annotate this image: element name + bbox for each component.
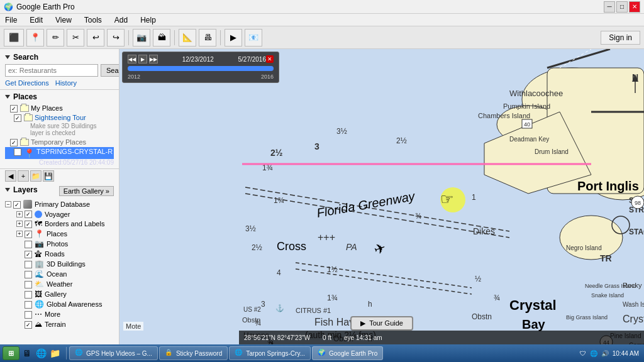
layer-ocean-icon: 🌊 [35,270,44,278]
layer-global-awareness[interactable]: 🌐 Global Awareness [5,299,114,309]
menu-file[interactable]: File [3,15,19,25]
toolbar-btn-play[interactable]: ▶ [225,29,242,47]
minimize-button[interactable]: ─ [604,1,615,13]
layer-gallery[interactable]: 🖼 Gallery [5,289,114,299]
layer-voyager[interactable]: + Voyager [5,209,114,219]
layer-terrain-checkbox[interactable] [25,321,32,329]
map-container[interactable]: 2½ 3 2½ 1 ¾ 3½ 2½ 4 3 ¾ ¾ 1½ 1¾ h h Obst… [119,49,644,362]
taskbar-item-gps[interactable]: 🌐 GPS Help Videos – G... [69,346,158,360]
layer-global-checkbox[interactable] [25,301,32,309]
layer-ocean-checkbox[interactable] [25,271,32,278]
time-play-btn[interactable]: ▶ [138,55,147,63]
layer-weather[interactable]: ⛅ Weather [5,279,114,289]
layer-borders-expand[interactable]: + [16,221,23,227]
toolbar-btn-print[interactable]: 🖷 [199,29,216,47]
layer-more-spacer [16,311,23,317]
time-slider-close-btn[interactable]: ✕ [266,55,274,63]
layer-db-checkbox[interactable] [13,201,21,209]
search-input[interactable] [5,64,98,77]
show-desktop-btn[interactable]: 🖥 [21,347,33,359]
app-icon: 🌍 [4,3,13,11]
sign-in-button[interactable]: Sign in [601,31,640,45]
toolbar-btn-redo[interactable]: ↪ [107,29,125,47]
time-slider-controls: ◀◀ ▶ ▶▶ [128,55,158,63]
menu-view[interactable]: View [53,15,74,25]
svg-text:3: 3 [261,300,265,309]
layer-voyager-checkbox[interactable] [25,211,32,218]
tsprings-item[interactable]: 📍 TSPRINGS-CRYSTAL-R [5,147,114,159]
collapse-all-btn[interactable]: ◀ [5,170,16,182]
layer-borders-checkbox[interactable] [25,221,32,228]
layer-places[interactable]: + 📍 Places [5,229,114,239]
taskbar-item-earth[interactable]: 🌍 Google Earth Pro [312,346,383,360]
taskbar-item-sticky[interactable]: 🔒 Sticky Password [159,346,228,360]
temp-places-checkbox[interactable] [10,139,18,146]
my-places-checkbox[interactable] [10,105,18,112]
layer-more-checkbox[interactable] [25,311,32,319]
tour-guide-button[interactable]: ▶ Tour Guide [350,316,413,331]
sightseeing-checkbox[interactable] [14,114,21,122]
time-slider-track[interactable] [128,66,274,71]
toolbar-btn-photo[interactable]: 📷 [133,29,150,47]
folder-btn[interactable]: 📁 [48,347,61,359]
save-btn[interactable]: 💾 [43,170,54,182]
search-section: Search Search Get Directions History [0,49,119,90]
sightseeing-tour-item[interactable]: Sightseeing Tour [5,113,114,123]
time-next-btn[interactable]: ▶▶ [149,55,158,63]
add-folder-btn[interactable]: 📁 [30,170,42,182]
time-prev-btn[interactable]: ◀◀ [128,55,136,63]
close-button[interactable]: ✕ [629,1,640,13]
layer-ocean[interactable]: 🌊 Ocean [5,269,114,279]
toolbar-btn-placemark[interactable]: 📍 [26,29,44,47]
add-place-btn[interactable]: + [18,170,29,182]
toolbar-btn-undo[interactable]: ↩ [87,29,104,47]
my-places-item[interactable]: My Places [5,104,114,113]
menu-add[interactable]: Add [112,15,130,25]
time-start-date: 12/23/2012 [158,56,238,63]
layer-borders[interactable]: + 🗺 Borders and Labels [5,219,114,229]
ie-btn[interactable]: 🌐 [35,347,47,359]
toolbar-btn-polygon[interactable]: ✏ [47,29,64,47]
toolbar-btn-path[interactable]: ✂ [67,29,84,47]
layer-voyager-expand[interactable]: + [16,211,23,217]
layer-3d-checkbox[interactable] [25,261,32,268]
menu-edit[interactable]: Edit [27,15,45,25]
temp-places-folder-icon [20,139,29,146]
maximize-button[interactable]: □ [616,1,628,13]
layer-global-label: Global Awareness [47,300,102,308]
temp-places-item[interactable]: Temporary Places [5,138,114,147]
layer-places-expand[interactable]: + [16,231,23,237]
earth-gallery-button[interactable]: Earth Gallery » [59,186,114,196]
toolbar-btn-email[interactable]: 📧 [245,29,262,47]
layer-terrain[interactable]: ⛰ Terrain [5,319,114,329]
start-button[interactable]: ⊞ [3,346,19,360]
time-slider-header: ◀◀ ▶ ▶▶ 12/23/2012 5/27/2016 ✕ [128,55,274,63]
svg-text:½: ½ [475,275,481,283]
tsprings-checkbox[interactable] [14,148,21,156]
history-link[interactable]: History [55,79,77,87]
layer-photos[interactable]: 📷 Photos [5,239,114,249]
layer-more[interactable]: ⋯ More [5,309,114,319]
layer-roads-checkbox[interactable] [25,251,32,258]
layer-db-expand[interactable]: − [5,201,11,207]
layer-3d-buildings[interactable]: 🏢 3D Buildings [5,259,114,269]
menu-tools[interactable]: Tools [82,15,104,25]
layer-weather-checkbox[interactable] [25,281,32,288]
layer-photos-checkbox[interactable] [25,241,32,248]
toolbar-btn-terrain[interactable]: 🏔 [153,29,170,47]
toolbar-btn-add[interactable]: ⬛ [4,29,24,47]
taskbar-item-tarpon[interactable]: 🌐 Tarpon Springs-Cry... [229,346,311,360]
layer-places-checkbox[interactable] [25,231,32,238]
toolbar-btn-ruler[interactable]: 📐 [179,29,196,47]
temp-places-label: Temporary Places [31,138,86,146]
layer-gallery-checkbox[interactable] [25,291,32,299]
time-slider-panel: ◀◀ ▶ ▶▶ 12/23/2012 5/27/2016 ✕ 2012 2016 [122,52,279,83]
menu-help[interactable]: Help [138,15,158,25]
taskbar-sticky-icon: 🔒 [165,349,174,358]
search-button[interactable]: Search [101,64,119,77]
get-directions-link[interactable]: Get Directions [5,79,49,87]
svg-text:Rocky Island: Rocky Island [623,282,644,289]
layer-roads[interactable]: 🛣 Roads [5,249,114,259]
map-status-bar: 28°56'21"N 82°47'23"W 0 ft eye 14:31 am [239,331,644,344]
layer-primary-db[interactable]: − Primary Database [5,199,114,209]
